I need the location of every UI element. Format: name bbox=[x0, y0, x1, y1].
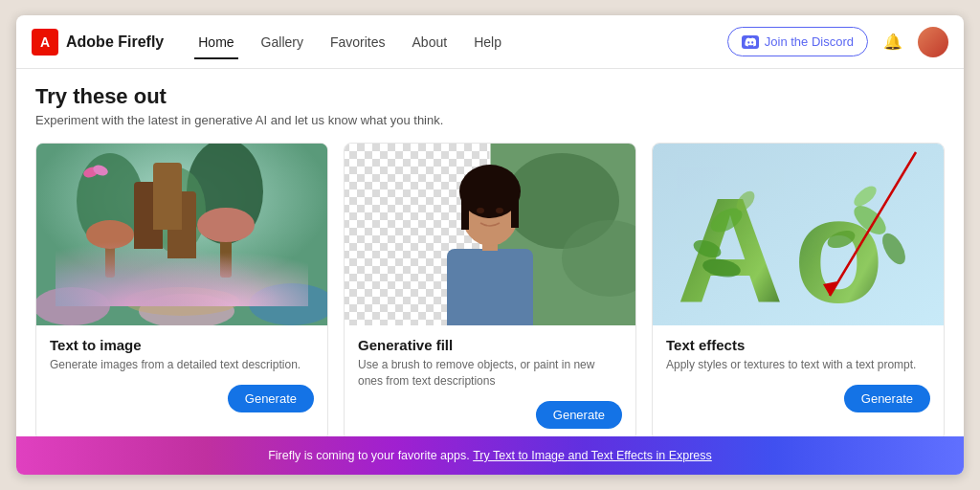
bottom-banner: Firefly is coming to your favorite apps.… bbox=[16, 436, 964, 475]
nav-help[interactable]: Help bbox=[462, 27, 513, 57]
card-text-effects: A o Te bbox=[652, 143, 945, 436]
main-content: Try these out Experiment with the latest… bbox=[16, 69, 964, 436]
svg-point-5 bbox=[148, 167, 206, 254]
card-image-portrait bbox=[345, 144, 635, 325]
card-footer-2: Generate bbox=[345, 401, 635, 436]
card-image-letters: A o bbox=[653, 144, 944, 325]
nav-about[interactable]: About bbox=[401, 27, 459, 57]
svg-point-9 bbox=[197, 208, 255, 242]
card-generative-fill: Generative fill Use a brush to remove ob… bbox=[344, 143, 636, 436]
generate-button-1[interactable]: Generate bbox=[228, 385, 314, 412]
card-title-2: Generative fill bbox=[358, 337, 622, 353]
card-footer-3: Generate bbox=[653, 385, 944, 424]
card-desc-1: Generate images from a detailed text des… bbox=[50, 357, 314, 373]
discord-icon bbox=[742, 35, 759, 49]
generate-button-2[interactable]: Generate bbox=[536, 401, 622, 429]
card-info-text-to-image: Text to image Generate images from a det… bbox=[36, 325, 327, 385]
nav-favorites[interactable]: Favorites bbox=[319, 27, 397, 57]
page-subtitle: Experiment with the latest in generative… bbox=[35, 113, 945, 127]
card-title-1: Text to image bbox=[50, 337, 314, 353]
svg-rect-6 bbox=[105, 239, 115, 278]
svg-point-31 bbox=[477, 208, 484, 213]
navbar: A Adobe Firefly Home Gallery Favorites A… bbox=[16, 15, 964, 69]
cards-container: Text to image Generate images from a det… bbox=[35, 143, 945, 436]
svg-text:A: A bbox=[677, 167, 784, 325]
brand-name: Adobe Firefly bbox=[66, 33, 164, 51]
card-text-to-image: Text to image Generate images from a det… bbox=[35, 143, 328, 436]
svg-point-32 bbox=[496, 208, 503, 213]
brand[interactable]: A Adobe Firefly bbox=[32, 29, 164, 56]
card-info-generative-fill: Generative fill Use a brush to remove ob… bbox=[345, 325, 635, 401]
nav-right: Join the Discord 🔔 bbox=[727, 27, 948, 57]
nav-gallery[interactable]: Gallery bbox=[250, 27, 315, 57]
nav-links: Home Gallery Favorites About Help bbox=[187, 27, 727, 57]
browser-frame: A Adobe Firefly Home Gallery Favorites A… bbox=[16, 15, 964, 475]
card-info-text-effects: Text effects Apply styles or textures to… bbox=[653, 325, 944, 385]
banner-text: Firefly is coming to your favorite apps. bbox=[268, 449, 470, 462]
page-title: Try these out bbox=[35, 84, 945, 109]
discord-label: Join the Discord bbox=[765, 34, 854, 49]
nav-home[interactable]: Home bbox=[187, 27, 245, 57]
svg-rect-30 bbox=[511, 191, 519, 228]
svg-rect-8 bbox=[220, 230, 232, 278]
card-desc-2: Use a brush to remove objects, or paint … bbox=[358, 357, 622, 390]
svg-point-15 bbox=[124, 287, 239, 316]
svg-point-7 bbox=[86, 220, 134, 249]
svg-point-3 bbox=[77, 153, 144, 249]
discord-button[interactable]: Join the Discord bbox=[727, 27, 868, 56]
adobe-icon: A bbox=[32, 29, 58, 56]
svg-rect-25 bbox=[447, 249, 533, 325]
bell-icon[interactable]: 🔔 bbox=[878, 27, 908, 57]
card-desc-3: Apply styles or textures to text with a … bbox=[666, 357, 930, 373]
svg-point-10 bbox=[36, 287, 110, 325]
generate-button-3[interactable]: Generate bbox=[844, 385, 930, 412]
svg-rect-29 bbox=[461, 191, 469, 230]
fantasy-illustration bbox=[36, 144, 327, 325]
banner-link[interactable]: Try Text to Image and Text Effects in Ex… bbox=[473, 449, 712, 462]
card-title-3: Text effects bbox=[666, 337, 930, 353]
user-avatar[interactable] bbox=[918, 27, 948, 57]
card-footer-1: Generate bbox=[36, 385, 327, 424]
card-image-fantasy bbox=[36, 144, 327, 325]
